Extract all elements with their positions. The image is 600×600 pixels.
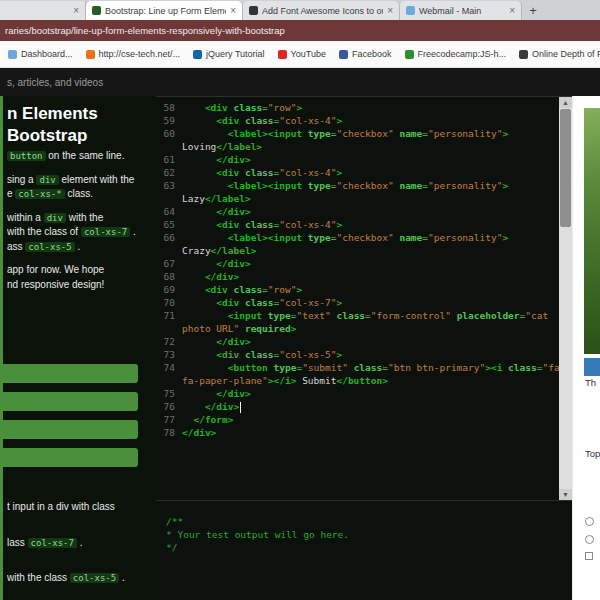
bookmark-item[interactable]: Freecodecamp:JS-h... (405, 49, 507, 59)
challenge-action-button[interactable] (0, 448, 138, 467)
text-fragment: class. (65, 188, 93, 199)
browser-window: ×Bootstrap: Line up Form Element×Add Fon… (0, 0, 600, 600)
text-fragment: sing a (7, 174, 36, 185)
code-content: </div> (182, 153, 251, 166)
code-content: <div class="col-xs-4"> (182, 114, 342, 127)
scrollbar-up-icon[interactable]: ▲ (559, 97, 572, 108)
editor-scrollbar[interactable]: ▲ ▼ (559, 97, 572, 500)
code-token: Submit (296, 375, 336, 386)
bookmark-item[interactable]: Online Depth of Fie... (519, 49, 600, 59)
challenge-action-button[interactable] (0, 364, 138, 383)
code-line: 70 <div class="col-xs-7"> (156, 296, 572, 309)
scrollbar-down-icon[interactable]: ▼ (559, 489, 572, 500)
text-fragment: . (119, 572, 125, 583)
tab-title: Webmail - Main (419, 6, 505, 16)
code-line: 73 <div class="col-xs-5"> (156, 348, 572, 361)
code-token (182, 362, 228, 373)
code-token: <div (205, 102, 228, 113)
code-token (182, 297, 216, 308)
code-token: "col-xs-7" (279, 297, 336, 308)
preview-radio-button[interactable] (585, 535, 594, 544)
browser-tab[interactable]: Webmail - Main× (400, 1, 522, 20)
code-editor[interactable]: 58 <div class="row">59 <div class="col-x… (156, 96, 572, 500)
inline-code: col-xs-5 (70, 573, 119, 583)
preview-pane: Th Top (572, 96, 600, 600)
code-content: <div class="col-xs-4"> (182, 166, 342, 179)
code-token (182, 271, 205, 282)
code-token: > (296, 284, 302, 295)
code-token (182, 336, 216, 347)
tab-strip: ×Bootstrap: Line up Form Element×Add Fon… (0, 0, 600, 20)
bookmark-item[interactable]: jQuery Tutorial (193, 49, 265, 59)
challenge-paragraph: sing a div element with thee col-xs-* cl… (7, 173, 152, 202)
browser-tab[interactable]: Bootstrap: Line up Form Element× (86, 1, 243, 20)
code-token: <div (216, 349, 239, 360)
text-fragment: on the same line. (46, 150, 125, 161)
code-token: "row" (268, 102, 297, 113)
tab-favicon-icon (92, 6, 101, 15)
browser-tab[interactable]: × (0, 1, 86, 20)
line-number: 60 (156, 127, 182, 140)
tab-close-icon[interactable]: × (230, 6, 236, 16)
code-token: placeholder (451, 310, 520, 321)
search-input[interactable] (7, 77, 407, 88)
code-token: "text" (296, 310, 330, 321)
bookmark-item[interactable]: Dashboard... (8, 49, 73, 59)
preview-primary-button[interactable] (584, 358, 600, 376)
preview-checkbox[interactable] (585, 552, 593, 560)
line-number: 61 (156, 153, 182, 166)
code-token (182, 206, 216, 217)
challenge-action-button[interactable] (0, 420, 138, 439)
challenge-description: button on the same line.sing a div eleme… (7, 149, 152, 301)
code-line: 58 <div class="row"> (156, 101, 572, 114)
bookmark-item[interactable]: YouTube (278, 49, 326, 59)
code-line: 63 <label><input type="checkbox" name="p… (156, 179, 572, 192)
bookmark-item[interactable]: Facebook (339, 49, 392, 59)
text-fragment: within a (7, 212, 44, 223)
challenge-tests: t input in a div with classlass col-xs-7… (7, 500, 152, 600)
code-token (182, 115, 216, 126)
line-number (156, 192, 182, 205)
challenge-action-button[interactable] (0, 392, 138, 411)
text-fragment: element with the (59, 174, 135, 185)
challenge-paragraph-line: sing a div element with the (7, 173, 152, 188)
challenge-test-line: t input in a div with class (7, 500, 152, 515)
browser-tab[interactable]: Add Font Awesome Icons to our× (243, 1, 400, 20)
code-token: ><i (485, 362, 502, 373)
code-token: </form> (193, 414, 233, 425)
code-token: type (302, 232, 331, 243)
bookmark-item[interactable]: http://cse-tech.net/... (86, 49, 181, 59)
code-token: class (228, 284, 262, 295)
text-fragment: with the class (7, 572, 70, 583)
address-bar[interactable]: raries/bootstrap/line-up-form-elements-r… (0, 20, 600, 41)
code-line: 66 <label><input type="checkbox" name="p… (156, 231, 572, 244)
code-token (182, 167, 216, 178)
tab-close-icon[interactable]: × (509, 6, 515, 16)
bookmarks-bar: Dashboard...http://cse-tech.net/...jQuer… (0, 41, 600, 68)
tab-close-icon[interactable]: × (387, 6, 393, 16)
line-number: 67 (156, 257, 182, 270)
code-token: </div> (216, 336, 250, 347)
preview-radio-button[interactable] (585, 517, 594, 526)
code-token: "col-xs-4" (279, 115, 336, 126)
challenge-test: lass col-xs-7 . (7, 536, 152, 551)
new-tab-button[interactable]: + (522, 1, 544, 20)
bookmark-favicon-icon (86, 50, 95, 59)
code-token: > (291, 323, 297, 334)
tab-title: Add Font Awesome Icons to our (262, 6, 383, 16)
code-line: 78</div> (156, 426, 572, 439)
code-line: 76 </div> (156, 400, 572, 413)
code-token: fa-paper-plane" (182, 375, 268, 386)
code-content: </div> (182, 387, 251, 400)
code-line: 77 </form> (156, 413, 572, 426)
line-number: 68 (156, 270, 182, 283)
code-line: 67 </div> (156, 257, 572, 270)
line-number (156, 140, 182, 153)
scrollbar-thumb[interactable] (560, 109, 571, 227)
code-token: class (502, 362, 536, 373)
code-token: > (336, 219, 342, 230)
tab-close-icon[interactable]: × (73, 6, 79, 16)
challenge-title-line2: Bootstrap (7, 125, 98, 147)
bookmark-favicon-icon (8, 50, 17, 59)
code-content: Crazy</label> (182, 244, 256, 257)
